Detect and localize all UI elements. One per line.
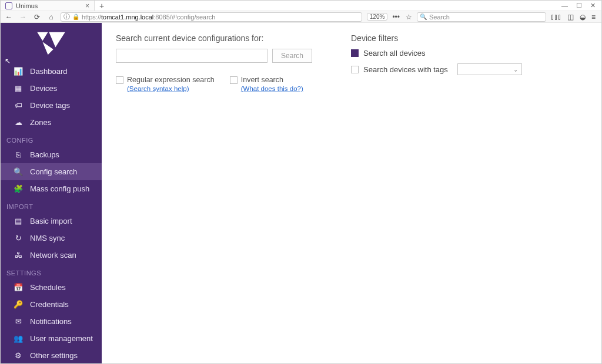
sidebar-item-label: Config search (30, 167, 77, 176)
lock-icon: 🔒 (72, 14, 79, 20)
sidebar-section-import: IMPORT (1, 197, 102, 213)
sidebar-toggle-icon[interactable]: ◫ (567, 13, 574, 21)
sidebar-item-zones[interactable]: ☁ Zones (1, 114, 102, 131)
sidebar-item-dashboard[interactable]: 📊 Dashboard (1, 63, 102, 80)
sidebar-item-network-scan[interactable]: 🖧 Network scan (1, 247, 102, 264)
search-button[interactable]: Search (272, 49, 312, 63)
back-button[interactable]: ← (4, 13, 14, 21)
sidebar-item-label: Network scan (30, 251, 76, 259)
browser-search-input[interactable]: 🔍 Search (417, 12, 546, 22)
chevron-down-icon: ⌄ (513, 66, 518, 73)
regex-checkbox[interactable] (116, 76, 123, 84)
account-icon[interactable]: ◒ (580, 13, 586, 21)
sidebar-item-device-tags[interactable]: 🏷 Device tags (1, 97, 102, 114)
favicon-icon (5, 2, 12, 9)
bookmark-icon[interactable]: ☆ (406, 13, 412, 21)
sidebar-item-credentials[interactable]: 🔑 Credentials (1, 296, 102, 313)
tags-combobox[interactable]: ⌄ (457, 63, 522, 75)
invert-label: Invert search (241, 76, 283, 84)
sidebar-item-label: Backups (30, 150, 59, 159)
sidebar-item-schedules[interactable]: 📅 Schedules (1, 279, 102, 296)
sidebar-item-label: Devices (30, 84, 57, 93)
address-bar[interactable]: ⓘ 🔒 https://tomcat1.mng.local:8085/#!con… (61, 12, 362, 22)
mail-icon: ✉ (14, 317, 23, 326)
sidebar-section-config: CONFIG (1, 131, 102, 146)
svg-marker-0 (37, 32, 48, 41)
search-section-title: Search current device configurations for… (116, 33, 316, 43)
sidebar-item-label: NMS sync (30, 234, 65, 242)
forward-button: → (18, 13, 28, 21)
url-scheme: https:// (82, 14, 101, 21)
more-icon[interactable]: ••• (392, 13, 400, 21)
calendar-icon: 📅 (14, 283, 23, 292)
sidebar-item-label: Zones (30, 118, 51, 127)
sidebar-item-notifications[interactable]: ✉ Notifications (1, 313, 102, 330)
sync-icon: ↻ (14, 234, 23, 242)
sidebar-item-label: Mass config push (30, 184, 89, 193)
menu-icon[interactable]: ≡ (591, 13, 596, 21)
invert-help-link[interactable]: (What does this do?) (241, 85, 303, 92)
zoom-badge[interactable]: 120% (367, 13, 388, 21)
key-icon: 🔑 (14, 300, 23, 309)
sidebar-item-config-search[interactable]: 🔍 Config search (1, 163, 102, 180)
sidebar-item-label: Schedules (30, 283, 66, 292)
window-minimize-icon[interactable]: — (561, 2, 568, 9)
sidebar-item-label: Basic import (30, 217, 72, 225)
svg-marker-2 (42, 42, 53, 55)
search-icon: 🔍 (420, 14, 427, 20)
close-tab-icon[interactable]: × (85, 2, 89, 10)
info-icon: ⓘ (63, 12, 70, 21)
search-icon: 🔍 (14, 167, 23, 176)
sidebar: 📊 Dashboard ▦ Devices 🏷 Device tags ☁ Zo… (1, 23, 102, 363)
svg-marker-1 (49, 32, 65, 48)
sidebar-item-label: Device tags (30, 101, 70, 110)
backup-icon: ⎘ (14, 150, 23, 159)
window-close-icon[interactable]: ✕ (590, 2, 596, 9)
sidebar-item-devices[interactable]: ▦ Devices (1, 80, 102, 97)
url-path: :8085/#!config/search (153, 14, 215, 21)
tags-icon: 🏷 (14, 101, 23, 110)
regex-label: Regular expression search (127, 76, 215, 84)
sidebar-item-user-management[interactable]: 👥 User management (1, 330, 102, 347)
browser-tab[interactable]: Unimus × (1, 1, 95, 11)
unimus-logo-icon (35, 31, 68, 56)
sidebar-item-label: User management (30, 334, 93, 343)
cloud-icon: ☁ (14, 118, 23, 127)
filter-all-label: Search all devices (363, 49, 426, 58)
sidebar-item-label: Dashboard (30, 67, 68, 76)
sidebar-item-label: Notifications (30, 317, 72, 326)
sidebar-item-label: Other settings (30, 351, 78, 360)
sidebar-item-label: Credentials (30, 300, 69, 309)
devices-icon: ▦ (14, 84, 23, 93)
tab-title: Unimus (16, 2, 82, 9)
users-icon: 👥 (14, 334, 23, 343)
config-search-input[interactable] (116, 49, 267, 63)
filters-section-title: Device filters (351, 33, 587, 43)
reload-button[interactable]: ⟳ (32, 13, 42, 21)
url-host: tomcat1.mng.local (101, 14, 153, 21)
dashboard-icon: 📊 (14, 67, 23, 76)
sidebar-item-backups[interactable]: ⎘ Backups (1, 146, 102, 163)
home-button[interactable]: ⌂ (46, 13, 56, 21)
scan-icon: 🖧 (14, 251, 23, 259)
url-text: https://tomcat1.mng.local:8085/#!config/… (82, 14, 215, 21)
sidebar-item-nms-sync[interactable]: ↻ NMS sync (1, 230, 102, 247)
filter-all-radio[interactable] (351, 49, 359, 57)
cog-icon: ⚙ (14, 351, 23, 360)
window-maximize-icon[interactable]: ☐ (576, 2, 582, 9)
sidebar-section-settings: SETTINGS (1, 264, 102, 279)
sidebar-item-mass-push[interactable]: 🧩 Mass config push (1, 180, 102, 197)
filter-tags-radio[interactable] (351, 66, 359, 73)
sidebar-item-other-settings[interactable]: ⚙ Other settings (1, 347, 102, 363)
logo (1, 23, 102, 63)
regex-help-link[interactable]: (Search syntax help) (127, 85, 215, 92)
file-icon: ▤ (14, 217, 23, 225)
browser-search-placeholder: Search (429, 14, 450, 21)
puzzle-icon: 🧩 (14, 184, 23, 193)
library-icon[interactable]: ⫿⫿⫿ (551, 13, 561, 21)
invert-checkbox[interactable] (230, 76, 238, 84)
sidebar-item-basic-import[interactable]: ▤ Basic import (1, 213, 102, 230)
new-tab-button[interactable]: + (95, 1, 109, 11)
filter-tags-label: Search devices with tags (363, 65, 448, 74)
main-content: Search current device configurations for… (102, 23, 601, 363)
